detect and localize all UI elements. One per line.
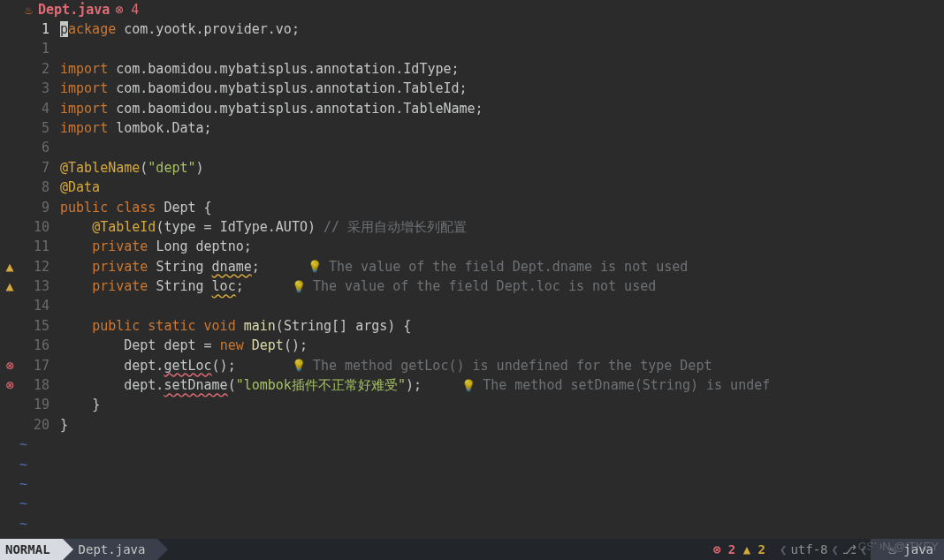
code-content[interactable]: }	[60, 415, 68, 435]
code-line[interactable]: 19 }	[0, 395, 944, 414]
lightbulb-icon: 💡	[292, 357, 306, 375]
status-warning-count: ▲ 2	[743, 541, 765, 559]
tab-error-badge: ⊗ 4	[115, 0, 139, 19]
code-content[interactable]: public static void main(String[] args) {	[60, 316, 411, 337]
empty-line: ~	[0, 435, 944, 454]
line-number: 14	[19, 296, 49, 316]
line-number: 3	[19, 79, 49, 99]
code-content[interactable]: }	[60, 395, 100, 415]
code-line[interactable]: 4import com.baomidou.mybatisplus.annotat…	[0, 99, 944, 118]
lightbulb-icon: 💡	[292, 278, 306, 296]
code-line[interactable]: 10 @TableId(type = IdType.AUTO) // 采用自动增…	[0, 217, 944, 237]
line-number: 4	[19, 99, 49, 119]
code-line[interactable]: ▲12 private String dname; 💡The value of …	[0, 257, 944, 276]
empty-line: ~	[0, 474, 944, 494]
code-content[interactable]: import com.baomidou.mybatisplus.annotati…	[60, 79, 468, 99]
code-editor[interactable]: 1package com.yootk.provider.vo;12import …	[0, 19, 944, 539]
separator-icon: ❮	[828, 541, 842, 559]
code-line[interactable]: 9public class Dept {	[0, 198, 944, 217]
code-line[interactable]: 8@Data	[0, 178, 944, 197]
code-content[interactable]: import lombok.Data;	[60, 118, 212, 139]
lightbulb-icon: 💡	[461, 377, 476, 395]
code-content[interactable]: private String loc;	[60, 276, 244, 297]
line-number: 13	[19, 276, 49, 297]
gutter-marker: ⊗	[0, 375, 19, 396]
line-number: 2	[19, 59, 49, 79]
empty-line: ~	[0, 455, 944, 474]
line-number: 20	[19, 415, 49, 435]
code-content[interactable]: package com.yootk.provider.vo;	[60, 19, 300, 40]
diagnostic-hint: 💡The method setDname(String) is undef	[422, 375, 770, 396]
code-line[interactable]: 5import lombok.Data;	[0, 118, 944, 138]
tab-bar: ♨ Dept.java ⊗ 4	[0, 0, 944, 19]
line-number: 16	[19, 336, 49, 356]
code-content[interactable]: import com.baomidou.mybatisplus.annotati…	[60, 99, 483, 119]
status-filetype: ♨ java	[871, 539, 944, 560]
code-content[interactable]: dept.getLoc();	[60, 356, 236, 376]
filetype-icon: ♨	[888, 541, 895, 559]
line-number: 8	[19, 178, 49, 198]
code-line[interactable]: 14	[0, 296, 944, 315]
code-content[interactable]: dept.setDname("lombok插件不正常好难受");	[60, 375, 422, 396]
code-line[interactable]: 1package com.yootk.provider.vo;	[0, 19, 944, 39]
line-number: 12	[19, 257, 49, 277]
code-content[interactable]: public class Dept {	[60, 198, 212, 218]
code-line[interactable]: 1	[0, 39, 944, 58]
empty-line: ~	[0, 494, 944, 513]
diagnostic-hint: 💡The value of the field Dept.dname is no…	[260, 257, 689, 277]
active-tab[interactable]: ♨ Dept.java ⊗ 4	[19, 0, 144, 19]
code-line[interactable]: 6	[0, 138, 944, 157]
code-content[interactable]: @TableName("dept")	[60, 158, 204, 178]
line-number: 6	[19, 138, 49, 158]
code-content[interactable]: @TableId(type = IdType.AUTO) // 采用自动增长列配…	[60, 217, 467, 238]
diagnostic-hint: 💡The method getLoc() is undefined for th…	[236, 356, 712, 376]
empty-line: ~	[0, 514, 944, 534]
status-filename: Dept.java	[63, 539, 158, 560]
line-number: 9	[19, 198, 49, 218]
gutter-marker: ▲	[0, 276, 19, 297]
line-number: 1	[19, 19, 49, 40]
line-number: 11	[19, 237, 49, 257]
code-line[interactable]: 2import com.baomidou.mybatisplus.annotat…	[0, 59, 944, 79]
tab-filename: Dept.java	[38, 0, 110, 19]
line-number: 18	[19, 375, 49, 396]
separator-icon: ❮	[776, 541, 790, 559]
code-line[interactable]: 3import com.baomidou.mybatisplus.annotat…	[0, 79, 944, 98]
code-line[interactable]: ⊗18 dept.setDname("lombok插件不正常好难受"); 💡Th…	[0, 375, 944, 395]
status-diagnostics[interactable]: ⊗ 2 ▲ 2	[696, 539, 776, 560]
code-content[interactable]: @Data	[60, 178, 100, 198]
code-line[interactable]: 15 public static void main(String[] args…	[0, 316, 944, 336]
lightbulb-icon: 💡	[308, 258, 322, 276]
line-number: 5	[19, 118, 49, 139]
code-line[interactable]: 7@TableName("dept")	[0, 158, 944, 178]
diagnostic-hint: 💡The value of the field Dept.loc is not …	[244, 276, 657, 297]
gutter-marker: ⊗	[0, 356, 19, 376]
line-number: 17	[19, 356, 49, 376]
gutter-marker: ▲	[0, 257, 19, 277]
code-line[interactable]: ▲13 private String loc; 💡The value of th…	[0, 276, 944, 296]
code-line[interactable]: 16 Dept dept = new Dept();	[0, 336, 944, 355]
code-content[interactable]: private Long deptno;	[60, 237, 252, 257]
code-content[interactable]: Dept dept = new Dept();	[60, 336, 308, 356]
line-number: 7	[19, 158, 49, 178]
code-line[interactable]: 20}	[0, 415, 944, 435]
java-file-icon: ♨	[25, 0, 33, 19]
status-bar: NORMAL Dept.java ⊗ 2 ▲ 2 ❮ utf-8 ❮ ⎇ ❮ ♨…	[0, 539, 944, 560]
vim-mode: NORMAL	[0, 539, 63, 560]
line-number: 1	[19, 39, 49, 59]
branch-icon: ⎇	[842, 541, 856, 559]
status-encoding: utf-8	[790, 541, 827, 559]
line-number: 10	[19, 217, 49, 238]
line-number: 19	[19, 395, 49, 415]
code-line[interactable]: 11 private Long deptno;	[0, 237, 944, 256]
code-content[interactable]: import com.baomidou.mybatisplus.annotati…	[60, 59, 460, 79]
separator-icon: ❮	[856, 541, 871, 559]
code-line[interactable]: ⊗17 dept.getLoc(); 💡The method getLoc() …	[0, 356, 944, 375]
code-content[interactable]: private String dname;	[60, 257, 260, 277]
line-number: 15	[19, 316, 49, 337]
status-error-count: ⊗ 2	[713, 541, 735, 559]
